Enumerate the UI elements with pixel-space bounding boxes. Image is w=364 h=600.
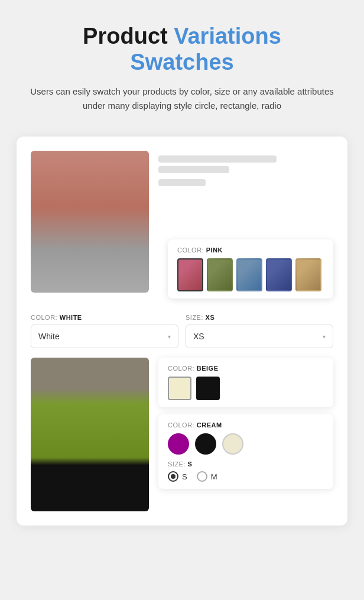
radio-label-s: S bbox=[182, 472, 187, 481]
title-plain: Product bbox=[83, 24, 168, 48]
color-label-pink: COLOR: PINK bbox=[177, 247, 324, 254]
size-dropdown-arrow: ▾ bbox=[323, 333, 326, 340]
size-selector-label: SIZE: XS bbox=[186, 314, 333, 321]
bottom-panels: COLOR: BEIGE COLOR: CREAM bbox=[149, 358, 333, 511]
cream-panel: COLOR: CREAM SIZE: S bbox=[158, 414, 333, 489]
beige-panel: COLOR: BEIGE bbox=[158, 358, 333, 407]
swatch-green[interactable] bbox=[207, 258, 233, 291]
swatch-row bbox=[177, 258, 324, 291]
page-title: Product Variations Swatches bbox=[28, 24, 336, 75]
color-selector-label: COLOR: WHITE bbox=[31, 314, 178, 321]
swatch-pink[interactable] bbox=[177, 258, 203, 291]
product-figure-pink bbox=[31, 151, 149, 293]
radio-s[interactable]: S bbox=[168, 471, 187, 482]
radio-label-m: M bbox=[211, 472, 217, 481]
swatch-navy[interactable] bbox=[266, 258, 292, 291]
size-selector-group: SIZE: XS XS ▾ bbox=[186, 314, 333, 348]
product-image-top bbox=[31, 151, 149, 293]
skeleton-title bbox=[158, 155, 277, 163]
size-dropdown-value: XS bbox=[193, 332, 204, 341]
size-radio-row: S M bbox=[168, 471, 324, 482]
page-header: Product Variations Swatches Users can es… bbox=[28, 24, 336, 113]
selectors-row: COLOR: WHITE White ▾ SIZE: XS XS ▾ bbox=[31, 314, 333, 348]
cream-color-label: COLOR: CREAM bbox=[168, 421, 324, 429]
size-dropdown[interactable]: XS ▾ bbox=[186, 325, 333, 348]
color-swatch-panel: COLOR: PINK bbox=[168, 239, 333, 299]
beige-square-swatches bbox=[168, 377, 324, 400]
color-dropdown-value: White bbox=[38, 332, 60, 341]
cream-circle-swatches bbox=[168, 433, 324, 455]
page-subtitle: Users can esily swatch your products by … bbox=[28, 85, 336, 113]
swatch-black-circle[interactable] bbox=[195, 433, 216, 455]
color-dropdown-arrow: ▾ bbox=[168, 333, 171, 340]
beige-color-label: COLOR: BEIGE bbox=[168, 365, 324, 372]
skeleton-price bbox=[158, 179, 206, 186]
swatch-cream-circle[interactable] bbox=[222, 433, 243, 455]
top-section: COLOR: PINK bbox=[31, 151, 333, 293]
bottom-section: COLOR: BEIGE COLOR: CREAM bbox=[31, 358, 333, 511]
radio-circle-s bbox=[168, 471, 178, 482]
card-inner: COLOR: PINK COLOR: WHITE bbox=[31, 151, 333, 511]
swatch-beige-caramel[interactable] bbox=[295, 258, 321, 291]
product-figure-green bbox=[31, 358, 149, 511]
product-details-top: COLOR: PINK bbox=[149, 151, 333, 293]
color-dropdown[interactable]: White ▾ bbox=[31, 325, 178, 348]
swatch-blue[interactable] bbox=[236, 258, 262, 291]
radio-circle-m bbox=[197, 471, 207, 482]
product-image-bottom bbox=[31, 358, 149, 511]
color-selector-group: COLOR: WHITE White ▾ bbox=[31, 314, 178, 348]
swatch-purple[interactable] bbox=[168, 433, 189, 455]
cream-size-label: SIZE: S bbox=[168, 460, 324, 468]
swatch-light-beige[interactable] bbox=[168, 377, 191, 400]
main-card: COLOR: PINK COLOR: WHITE bbox=[17, 137, 347, 526]
radio-m[interactable]: M bbox=[197, 471, 217, 482]
swatch-black-sq[interactable] bbox=[196, 377, 220, 400]
skeleton-subtitle bbox=[158, 166, 229, 173]
